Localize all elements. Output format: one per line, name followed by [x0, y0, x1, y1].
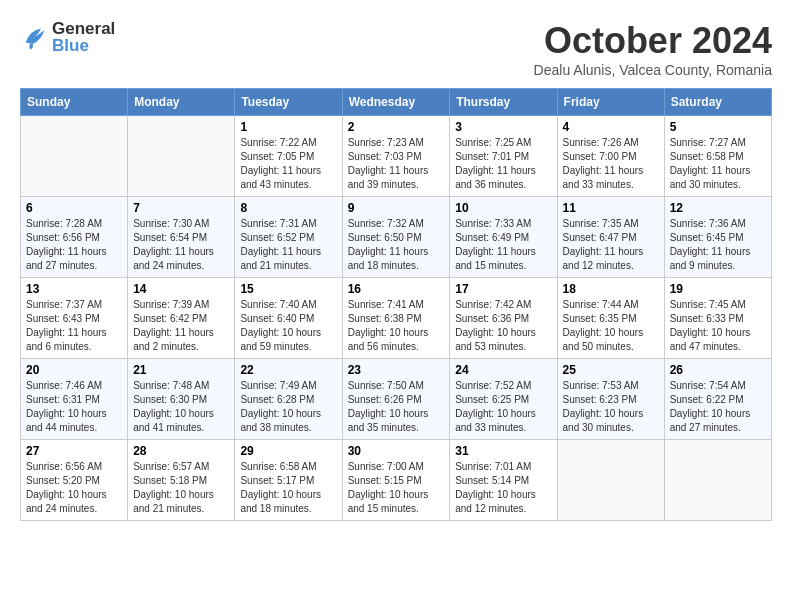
- day-info: Sunrise: 7:42 AMSunset: 6:36 PMDaylight:…: [455, 298, 551, 354]
- day-info: Sunrise: 7:35 AMSunset: 6:47 PMDaylight:…: [563, 217, 659, 273]
- logo-text: General Blue: [52, 20, 115, 54]
- calendar-day-cell: 21Sunrise: 7:48 AMSunset: 6:30 PMDayligh…: [128, 359, 235, 440]
- calendar-day-cell: 20Sunrise: 7:46 AMSunset: 6:31 PMDayligh…: [21, 359, 128, 440]
- day-info: Sunrise: 7:31 AMSunset: 6:52 PMDaylight:…: [240, 217, 336, 273]
- day-info: Sunrise: 7:49 AMSunset: 6:28 PMDaylight:…: [240, 379, 336, 435]
- day-number: 11: [563, 201, 659, 215]
- calendar-day-cell: 30Sunrise: 7:00 AMSunset: 5:15 PMDayligh…: [342, 440, 450, 521]
- day-number: 13: [26, 282, 122, 296]
- day-number: 7: [133, 201, 229, 215]
- day-number: 5: [670, 120, 766, 134]
- day-info: Sunrise: 7:40 AMSunset: 6:40 PMDaylight:…: [240, 298, 336, 354]
- day-info: Sunrise: 7:26 AMSunset: 7:00 PMDaylight:…: [563, 136, 659, 192]
- day-number: 29: [240, 444, 336, 458]
- day-info: Sunrise: 7:33 AMSunset: 6:49 PMDaylight:…: [455, 217, 551, 273]
- calendar-day-cell: 22Sunrise: 7:49 AMSunset: 6:28 PMDayligh…: [235, 359, 342, 440]
- title-block: October 2024 Dealu Alunis, Valcea County…: [534, 20, 772, 78]
- calendar-day-cell: 13Sunrise: 7:37 AMSunset: 6:43 PMDayligh…: [21, 278, 128, 359]
- calendar-day-header: Tuesday: [235, 89, 342, 116]
- calendar-week-row: 20Sunrise: 7:46 AMSunset: 6:31 PMDayligh…: [21, 359, 772, 440]
- day-number: 31: [455, 444, 551, 458]
- day-info: Sunrise: 7:27 AMSunset: 6:58 PMDaylight:…: [670, 136, 766, 192]
- day-number: 28: [133, 444, 229, 458]
- calendar-day-cell: 4Sunrise: 7:26 AMSunset: 7:00 PMDaylight…: [557, 116, 664, 197]
- day-info: Sunrise: 7:39 AMSunset: 6:42 PMDaylight:…: [133, 298, 229, 354]
- calendar-day-cell: 9Sunrise: 7:32 AMSunset: 6:50 PMDaylight…: [342, 197, 450, 278]
- day-number: 25: [563, 363, 659, 377]
- calendar-week-row: 6Sunrise: 7:28 AMSunset: 6:56 PMDaylight…: [21, 197, 772, 278]
- logo-general: General: [52, 20, 115, 37]
- day-number: 4: [563, 120, 659, 134]
- calendar-day-cell: [21, 116, 128, 197]
- calendar-day-cell: 27Sunrise: 6:56 AMSunset: 5:20 PMDayligh…: [21, 440, 128, 521]
- calendar-day-cell: [664, 440, 771, 521]
- day-number: 20: [26, 363, 122, 377]
- logo-blue: Blue: [52, 37, 115, 54]
- calendar-day-cell: 15Sunrise: 7:40 AMSunset: 6:40 PMDayligh…: [235, 278, 342, 359]
- day-number: 14: [133, 282, 229, 296]
- day-number: 18: [563, 282, 659, 296]
- calendar-day-cell: 6Sunrise: 7:28 AMSunset: 6:56 PMDaylight…: [21, 197, 128, 278]
- calendar-day-cell: [128, 116, 235, 197]
- day-number: 3: [455, 120, 551, 134]
- location: Dealu Alunis, Valcea County, Romania: [534, 62, 772, 78]
- calendar-day-cell: 29Sunrise: 6:58 AMSunset: 5:17 PMDayligh…: [235, 440, 342, 521]
- calendar-day-cell: 26Sunrise: 7:54 AMSunset: 6:22 PMDayligh…: [664, 359, 771, 440]
- calendar-day-cell: [557, 440, 664, 521]
- calendar-day-cell: 3Sunrise: 7:25 AMSunset: 7:01 PMDaylight…: [450, 116, 557, 197]
- calendar-day-cell: 17Sunrise: 7:42 AMSunset: 6:36 PMDayligh…: [450, 278, 557, 359]
- calendar-day-cell: 12Sunrise: 7:36 AMSunset: 6:45 PMDayligh…: [664, 197, 771, 278]
- day-info: Sunrise: 7:53 AMSunset: 6:23 PMDaylight:…: [563, 379, 659, 435]
- calendar-week-row: 1Sunrise: 7:22 AMSunset: 7:05 PMDaylight…: [21, 116, 772, 197]
- day-info: Sunrise: 7:44 AMSunset: 6:35 PMDaylight:…: [563, 298, 659, 354]
- calendar-day-cell: 5Sunrise: 7:27 AMSunset: 6:58 PMDaylight…: [664, 116, 771, 197]
- day-number: 30: [348, 444, 445, 458]
- day-info: Sunrise: 6:56 AMSunset: 5:20 PMDaylight:…: [26, 460, 122, 516]
- day-number: 16: [348, 282, 445, 296]
- day-info: Sunrise: 7:22 AMSunset: 7:05 PMDaylight:…: [240, 136, 336, 192]
- day-number: 6: [26, 201, 122, 215]
- day-info: Sunrise: 7:37 AMSunset: 6:43 PMDaylight:…: [26, 298, 122, 354]
- day-info: Sunrise: 7:46 AMSunset: 6:31 PMDaylight:…: [26, 379, 122, 435]
- calendar-day-cell: 18Sunrise: 7:44 AMSunset: 6:35 PMDayligh…: [557, 278, 664, 359]
- day-info: Sunrise: 7:25 AMSunset: 7:01 PMDaylight:…: [455, 136, 551, 192]
- day-number: 21: [133, 363, 229, 377]
- calendar-table: SundayMondayTuesdayWednesdayThursdayFrid…: [20, 88, 772, 521]
- day-info: Sunrise: 7:54 AMSunset: 6:22 PMDaylight:…: [670, 379, 766, 435]
- day-info: Sunrise: 6:58 AMSunset: 5:17 PMDaylight:…: [240, 460, 336, 516]
- calendar-day-cell: 14Sunrise: 7:39 AMSunset: 6:42 PMDayligh…: [128, 278, 235, 359]
- calendar-day-cell: 7Sunrise: 7:30 AMSunset: 6:54 PMDaylight…: [128, 197, 235, 278]
- calendar-day-cell: 16Sunrise: 7:41 AMSunset: 6:38 PMDayligh…: [342, 278, 450, 359]
- calendar-day-cell: 2Sunrise: 7:23 AMSunset: 7:03 PMDaylight…: [342, 116, 450, 197]
- logo-icon: [20, 23, 48, 51]
- day-number: 17: [455, 282, 551, 296]
- day-info: Sunrise: 7:52 AMSunset: 6:25 PMDaylight:…: [455, 379, 551, 435]
- calendar-week-row: 27Sunrise: 6:56 AMSunset: 5:20 PMDayligh…: [21, 440, 772, 521]
- calendar-day-cell: 23Sunrise: 7:50 AMSunset: 6:26 PMDayligh…: [342, 359, 450, 440]
- day-number: 26: [670, 363, 766, 377]
- calendar-day-header: Saturday: [664, 89, 771, 116]
- day-number: 15: [240, 282, 336, 296]
- calendar-day-header: Sunday: [21, 89, 128, 116]
- calendar-week-row: 13Sunrise: 7:37 AMSunset: 6:43 PMDayligh…: [21, 278, 772, 359]
- day-info: Sunrise: 7:23 AMSunset: 7:03 PMDaylight:…: [348, 136, 445, 192]
- calendar-day-cell: 25Sunrise: 7:53 AMSunset: 6:23 PMDayligh…: [557, 359, 664, 440]
- day-number: 8: [240, 201, 336, 215]
- calendar-day-cell: 28Sunrise: 6:57 AMSunset: 5:18 PMDayligh…: [128, 440, 235, 521]
- day-info: Sunrise: 7:28 AMSunset: 6:56 PMDaylight:…: [26, 217, 122, 273]
- day-number: 23: [348, 363, 445, 377]
- day-number: 9: [348, 201, 445, 215]
- day-info: Sunrise: 7:01 AMSunset: 5:14 PMDaylight:…: [455, 460, 551, 516]
- day-info: Sunrise: 7:50 AMSunset: 6:26 PMDaylight:…: [348, 379, 445, 435]
- calendar-header-row: SundayMondayTuesdayWednesdayThursdayFrid…: [21, 89, 772, 116]
- day-number: 19: [670, 282, 766, 296]
- day-info: Sunrise: 7:32 AMSunset: 6:50 PMDaylight:…: [348, 217, 445, 273]
- calendar-day-cell: 11Sunrise: 7:35 AMSunset: 6:47 PMDayligh…: [557, 197, 664, 278]
- day-info: Sunrise: 7:36 AMSunset: 6:45 PMDaylight:…: [670, 217, 766, 273]
- day-info: Sunrise: 7:45 AMSunset: 6:33 PMDaylight:…: [670, 298, 766, 354]
- calendar-day-header: Thursday: [450, 89, 557, 116]
- logo: General Blue: [20, 20, 115, 54]
- day-number: 22: [240, 363, 336, 377]
- day-number: 27: [26, 444, 122, 458]
- day-number: 1: [240, 120, 336, 134]
